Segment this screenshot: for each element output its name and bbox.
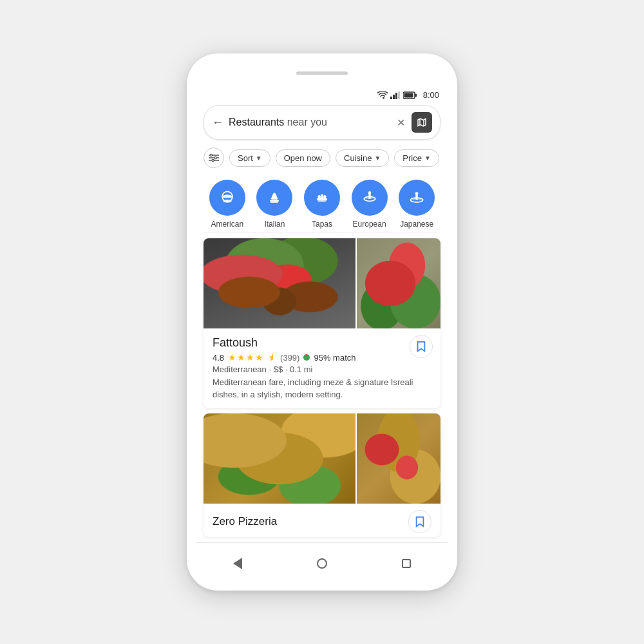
category-american[interactable]: American [209,180,245,229]
food-image-pizza2 [357,413,440,504]
american-circle [209,180,245,216]
svg-rect-6 [404,93,413,97]
search-action-icons: ✕ [397,112,432,133]
divider-1 [204,232,440,233]
sort-filter-chip[interactable]: Sort ▼ [229,149,270,167]
category-italian[interactable]: Italian [256,180,292,229]
svg-point-10 [210,155,212,156]
screen: 8:00 ← Restaurants near you ✕ [196,86,448,581]
svg-rect-17 [271,198,278,200]
restaurant-card-zero-pizzeria[interactable]: Zero Pizzeria [204,413,440,537]
notch-bar [296,71,348,75]
svg-rect-1 [393,95,395,99]
wifi-icon [377,91,388,99]
sort-arrow-icon: ▼ [256,155,262,162]
filter-row: Sort ▼ Open now Cuisine ▼ Price ▼ [196,145,448,173]
price-label: Price [402,153,422,163]
svg-point-27 [368,191,370,194]
fattoush-price: $$ [274,365,283,374]
navigation-bar [196,542,448,582]
home-nav-button[interactable] [309,551,335,576]
search-bar[interactable]: ← Restaurants near you ✕ [204,105,440,140]
italian-label: Italian [264,220,285,229]
italian-circle [256,180,292,216]
japanese-circle [399,180,435,216]
sort-label: Sort [238,153,253,163]
fattoush-match: 95% match [314,353,355,363]
cuisine-arrow-icon: ▼ [374,155,381,162]
back-nav-button[interactable] [225,551,251,576]
search-query-rest: near you [284,117,327,128]
svg-rect-2 [395,93,397,99]
recents-nav-button[interactable] [393,551,419,576]
time-display: 8:00 [423,90,439,100]
category-tapas[interactable]: Tapas [304,180,340,229]
clear-search-button[interactable]: ✕ [397,117,405,129]
cuisine-filter-chip[interactable]: Cuisine ▼ [336,149,389,167]
cuisine-label: Cuisine [344,153,372,163]
european-circle [352,180,388,216]
fattoush-description: Mediterranean fare, including meze & sig… [213,377,431,400]
restaurant-card-fattoush[interactable]: Fattoush 4.8 ★★★★⯨ (399) 95% match Medit… [204,238,440,408]
european-icon [361,189,379,207]
svg-point-23 [323,195,326,198]
map-button[interactable] [412,112,432,133]
svg-rect-5 [415,93,417,97]
fattoush-rating-row: 4.8 ★★★★⯨ (399) 95% match [213,352,431,363]
fattoush-separator2: · [285,365,290,374]
category-european[interactable]: European [352,180,388,229]
fattoush-side-image [357,238,440,328]
svg-point-11 [214,157,216,159]
svg-rect-14 [222,196,232,198]
tapas-icon [313,189,331,207]
american-label: American [211,220,243,229]
fattoush-stars: ★★★★ [228,352,264,363]
svg-point-22 [317,195,320,198]
open-now-filter-chip[interactable]: Open now [276,149,330,167]
fattoush-cuisine: Mediterranean [213,365,267,374]
sliders-icon [209,153,219,162]
fattoush-distance: 0.1 mi [290,365,312,374]
tapas-circle [304,180,340,216]
fattoush-half-star: ⯨ [268,353,276,363]
tapas-label: Tapas [312,220,332,229]
fattoush-meta: Mediterranean · $$ · 0.1 mi [213,365,431,374]
pizzeria-side-image [357,413,440,504]
category-row: American Italian [196,173,448,232]
svg-point-12 [212,160,214,162]
american-icon [218,189,236,207]
match-indicator [303,354,310,361]
svg-rect-0 [390,97,392,99]
fattoush-main-image [204,238,355,328]
italian-icon [265,189,283,207]
svg-point-30 [415,193,419,195]
pizzeria-title-row: Zero Pizzeria [204,504,440,537]
status-bar: 8:00 [196,86,448,101]
food-image-stuffed [357,238,440,328]
phone-shell: 8:00 ← Restaurants near you ✕ [187,53,457,590]
status-icons [377,91,417,99]
pizzeria-bookmark-button[interactable] [408,510,431,533]
back-button[interactable]: ← [212,116,223,129]
food-image-pizza1 [204,413,355,504]
bookmark-icon [416,341,426,352]
svg-rect-24 [318,201,326,202]
european-label: European [353,220,386,229]
pizzeria-images [204,413,440,504]
recents-nav-icon [402,559,411,568]
fattoush-info: Fattoush 4.8 ★★★★⯨ (399) 95% match Medit… [204,328,440,408]
category-japanese[interactable]: Japanese [399,180,435,229]
pizzeria-name: Zero Pizzeria [213,515,277,528]
japanese-icon [408,189,426,207]
price-filter-chip[interactable]: Price ▼ [394,149,439,167]
pizzeria-main-image [204,413,355,504]
home-nav-icon [317,558,327,569]
bookmark-icon-2 [415,516,425,527]
svg-rect-16 [270,200,279,202]
svg-rect-3 [398,91,400,99]
filter-settings-button[interactable] [204,147,224,168]
back-nav-icon [233,558,242,569]
open-now-label: Open now [284,153,322,163]
signal-icon [390,91,401,99]
battery-icon [403,91,417,99]
